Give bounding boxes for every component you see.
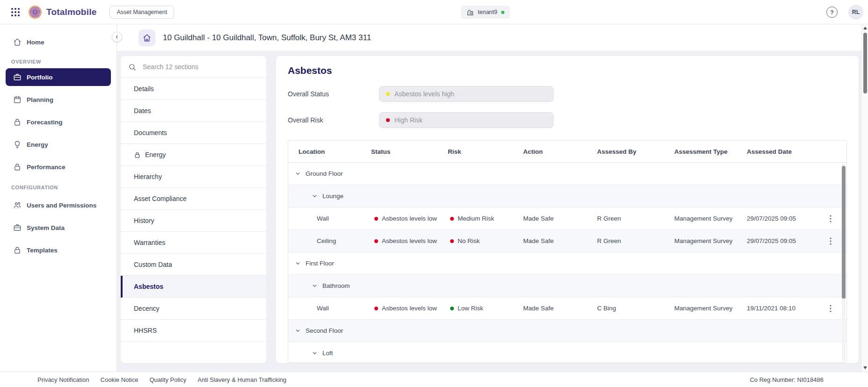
brand-name: Totalmobile bbox=[46, 7, 96, 17]
scroll-down-arrow-icon[interactable] bbox=[863, 366, 867, 369]
sidebar-item-label: Energy bbox=[27, 141, 48, 148]
status-dot bbox=[386, 92, 390, 96]
sidebar-item-label: Forecasting bbox=[27, 119, 63, 126]
section-item-label: Custom Data bbox=[134, 261, 172, 268]
asbestos-panel: Asbestos Overall Status Asbestos levels … bbox=[276, 56, 859, 363]
row-assessed-by: C Bing bbox=[597, 305, 674, 312]
group-location: First Floor bbox=[306, 260, 334, 267]
footer-link-privacy-notification[interactable]: Privacy Notification bbox=[37, 376, 89, 383]
breadcrumb-home-button[interactable] bbox=[139, 29, 155, 46]
section-item-dates[interactable]: Dates bbox=[121, 100, 266, 122]
row-action: Made Safe bbox=[523, 215, 597, 222]
section-item-asset-compliance[interactable]: Asset Compliance bbox=[121, 188, 266, 210]
sidebar-item-label: Planning bbox=[27, 96, 53, 103]
footer-link-quality-policy[interactable]: Quality Policy bbox=[149, 376, 186, 383]
section-item-documents[interactable]: Documents bbox=[121, 122, 266, 144]
table-scrollbar[interactable] bbox=[842, 163, 846, 361]
column-header-action: Action bbox=[523, 148, 597, 155]
column-header-assessed-by: Assessed By bbox=[597, 148, 674, 155]
asbestos-table: Location Status Risk Action Assessed By … bbox=[288, 140, 847, 363]
sidebar-item-templates[interactable]: Templates bbox=[0, 239, 117, 261]
risk-dot bbox=[386, 118, 390, 122]
sidebar-item-performance[interactable]: Performance bbox=[0, 156, 117, 178]
app-badge[interactable]: Asset Management bbox=[109, 6, 174, 19]
section-item-asbestos[interactable]: Asbestos bbox=[121, 276, 266, 298]
row-action: Made Safe bbox=[523, 237, 597, 244]
overall-risk-label: Overall Risk bbox=[288, 116, 379, 124]
lock-icon bbox=[13, 163, 22, 171]
sidebar-item-planning[interactable]: Planning bbox=[0, 88, 117, 111]
sidebar-item-home[interactable]: Home bbox=[0, 32, 117, 52]
row-action: Made Safe bbox=[523, 305, 597, 312]
chevron-down-icon[interactable] bbox=[295, 260, 301, 266]
section-item-custom-data[interactable]: Custom Data bbox=[121, 254, 266, 276]
section-item-hhsrs[interactable]: HHSRS bbox=[121, 320, 266, 342]
section-item-label: Energy bbox=[145, 151, 166, 158]
sidebar-item-users-and-permissions[interactable]: Users and Permissions bbox=[0, 194, 117, 216]
sidebar-item-energy[interactable]: Energy bbox=[0, 133, 117, 156]
row-assessment-type: Management Survey bbox=[674, 305, 747, 312]
row-location: Wall bbox=[317, 305, 329, 312]
section-item-decency[interactable]: Decency bbox=[121, 298, 266, 320]
help-icon[interactable] bbox=[826, 7, 838, 18]
overall-status-label: Overall Status bbox=[288, 90, 379, 98]
sidebar-item-label: System Data bbox=[27, 224, 65, 231]
briefcase-icon bbox=[13, 223, 22, 232]
sidebar-item-system-data[interactable]: System Data bbox=[0, 216, 117, 239]
row-menu-kebab-icon[interactable] bbox=[825, 235, 836, 247]
row-assessed-date: 19/11/2021 08:10 bbox=[747, 305, 825, 312]
row-risk: Low Risk bbox=[458, 305, 483, 312]
section-item-details[interactable]: Details bbox=[121, 78, 266, 100]
chevron-down-icon[interactable] bbox=[312, 350, 318, 356]
table-row-group: Lounge bbox=[288, 185, 846, 208]
footer-link-anti-slavery[interactable]: Anti Slavery & Human Trafficking bbox=[197, 376, 286, 383]
tenant-selector[interactable]: tenant9 bbox=[461, 6, 510, 19]
section-item-label: Warranties bbox=[134, 239, 165, 246]
lock-icon bbox=[13, 246, 22, 254]
tenant-status-dot bbox=[501, 11, 504, 14]
row-assessed-date: 29/07/2025 09:05 bbox=[747, 215, 825, 222]
row-menu-kebab-icon[interactable] bbox=[825, 302, 836, 315]
page-title: 10 Guildhall - 10 Guildhall, Town, Suffo… bbox=[163, 33, 371, 43]
overall-risk-value: High Risk bbox=[394, 116, 423, 124]
avatar[interactable]: RL bbox=[848, 5, 863, 20]
page-scrollbar[interactable] bbox=[861, 24, 868, 372]
section-item-label: Dates bbox=[134, 107, 151, 115]
scroll-up-arrow-icon[interactable] bbox=[863, 27, 867, 29]
table-row-group: First Floor bbox=[288, 252, 846, 275]
page-scrollbar-thumb[interactable] bbox=[863, 33, 867, 93]
chevron-down-icon[interactable] bbox=[312, 283, 318, 289]
sidebar-item-portfolio[interactable]: Portfolio bbox=[6, 68, 111, 86]
section-item-history[interactable]: History bbox=[121, 210, 266, 232]
row-status: Asbestos levels low bbox=[382, 305, 437, 312]
row-menu-kebab-icon[interactable] bbox=[825, 213, 836, 225]
briefcase-icon bbox=[13, 73, 22, 81]
footer-link-cookie-notice[interactable]: Cookie Notice bbox=[101, 376, 139, 383]
sidebar-item-label: Home bbox=[27, 39, 44, 46]
section-item-warranties[interactable]: Warranties bbox=[121, 232, 266, 254]
sidebar-item-label: Performance bbox=[27, 164, 66, 171]
overall-risk-field[interactable]: High Risk bbox=[379, 112, 554, 128]
sections-search bbox=[121, 56, 266, 78]
sidebar-item-forecasting[interactable]: Forecasting bbox=[0, 111, 117, 133]
overall-status-field[interactable]: Asbestos levels high bbox=[379, 86, 554, 102]
row-location: Wall bbox=[317, 215, 329, 222]
section-item-hierarchy[interactable]: Hierarchy bbox=[121, 166, 266, 188]
app-grid-icon[interactable] bbox=[9, 6, 22, 18]
content-title: Asbestos bbox=[288, 64, 847, 77]
section-item-energy[interactable]: Energy bbox=[121, 144, 266, 166]
home-icon bbox=[13, 38, 22, 46]
chevron-down-icon[interactable] bbox=[295, 328, 301, 334]
row-status: Asbestos levels low bbox=[382, 237, 437, 244]
chevron-down-icon[interactable] bbox=[295, 171, 301, 177]
group-location: Lounge bbox=[322, 193, 343, 200]
sidebar-collapse-button[interactable] bbox=[112, 32, 122, 42]
table-scrollbar-thumb[interactable] bbox=[842, 166, 846, 299]
row-assessed-by: R Green bbox=[597, 237, 674, 244]
row-assessment-type: Management Survey bbox=[674, 237, 747, 244]
chevron-down-icon[interactable] bbox=[312, 193, 318, 199]
search-input[interactable] bbox=[142, 63, 259, 71]
row-risk: No Risk bbox=[458, 237, 480, 244]
table-row-group: Bathroom bbox=[288, 275, 846, 297]
table-row-group: Second Floor bbox=[288, 320, 846, 342]
